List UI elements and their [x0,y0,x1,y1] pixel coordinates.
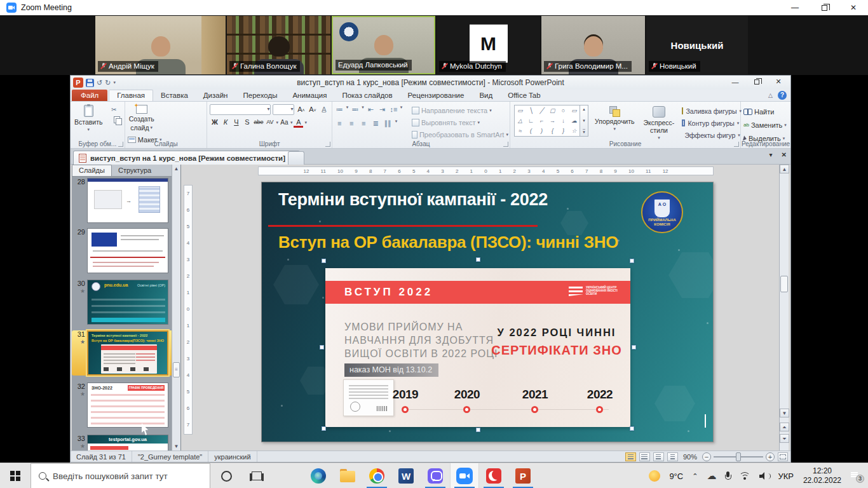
italic-button[interactable]: К [220,118,230,128]
slide-thumbnail-row-selected[interactable]: 31★ Терміни вступної кампанії - 2022 Вст… [72,330,172,376]
dialog-launcher[interactable] [118,142,123,147]
shape-elbow-icon[interactable]: ∟ [526,116,536,126]
decrease-indent-button[interactable]: ⇤ [366,105,376,115]
shapes-gallery[interactable]: ▭╲╱▢○▭ △∟⌐→↓☁ ≈(){}☆ ▴▾▾ [514,105,588,137]
replace-button[interactable]: abЗаменить▾ [743,119,789,130]
resize-handle[interactable] [320,345,324,349]
slide-canvas[interactable]: Терміни вступної кампанії - 2022 Вступ н… [261,182,714,442]
help-button[interactable]: ? [778,91,787,100]
quick-styles-button[interactable]: Экспресс-стили ▾ [641,105,677,142]
action-center-button[interactable]: 3 [849,470,862,482]
shape-scribble-icon[interactable]: ≈ [515,126,526,136]
shape-effects-button[interactable]: Эффекты фигур▾ [682,130,739,140]
slide-thumbnail[interactable]: ЗНО-2022 ГРАФІК ПРОВЕДЕННЯ [87,383,168,428]
zoom-minimize-button[interactable]: — [780,0,810,15]
ppt-minimize-button[interactable]: — [724,76,746,88]
tab-design[interactable]: Дизайн [196,90,236,101]
previous-slide-button[interactable]: ⏶ [780,423,789,431]
shapes-scroll[interactable]: ▴▾▾ [580,105,588,137]
scroll-up-button[interactable]: ▲ [780,165,789,173]
slide-indicator[interactable]: Слайд 31 из 71 [71,451,132,462]
tab-home[interactable]: Главная [109,90,153,101]
taskbar-app-chrome[interactable] [362,463,391,488]
slide-thumbnail-row[interactable]: 30★ pnu.edu.ua Освітні рівні (ОР) [72,280,172,325]
qat-customize-dropdown[interactable]: ▾ [113,80,116,85]
panel-scroll-thumb[interactable]: ≡ [173,362,180,377]
reading-view-button[interactable] [653,452,664,461]
shape-star-icon[interactable]: ☆ [569,126,580,136]
keyboard-language[interactable]: УКР [773,463,798,488]
bold-button[interactable]: Ж [210,118,219,128]
shape-corner-icon[interactable]: ⌐ [536,116,547,126]
zoom-restore-button[interactable] [810,0,839,15]
onedrive-icon[interactable]: ☁ [702,463,721,488]
slide-area-scrollbar[interactable]: ▲ ▼ ⏶ ⏷ [779,165,789,452]
dialog-launcher[interactable] [503,142,508,147]
scroll-down-icon[interactable]: ▼ [174,444,179,449]
numbering-button[interactable]: ≕ [350,105,360,115]
justify-button[interactable]: ≣ [371,119,381,129]
cortana-button[interactable] [212,463,240,488]
start-button[interactable] [0,463,31,488]
taskbar-app-zoom[interactable] [450,463,479,488]
grow-font-button[interactable]: A˄ [296,105,306,115]
taskbar-app-word[interactable]: W [391,463,421,488]
taskbar-app-edge[interactable] [304,463,333,488]
shape-oval-icon[interactable]: ○ [558,105,569,116]
taskbar-app-powerpoint[interactable]: P [508,463,538,488]
align-right-button[interactable]: ≡ [359,119,369,129]
change-case-button[interactable]: Aa [280,118,289,128]
scroll-thumb[interactable] [780,276,788,292]
shape-fill-button[interactable]: Заливка фигуры▾ [682,106,739,116]
align-left-button[interactable]: ≡ [335,119,344,129]
underline-button[interactable]: Ч [231,118,241,128]
shape-rect-icon[interactable]: ▢ [547,105,558,116]
resize-handle[interactable] [632,345,636,349]
paste-button[interactable]: Вставить ▾ [72,104,105,133]
slide-thumbnail-row[interactable]: 29 [72,228,172,273]
resize-handle[interactable] [630,426,634,431]
tab-file[interactable]: Файл [72,90,107,101]
shape-curve-icon[interactable]: ) [536,126,547,136]
slide-thumbnail[interactable] [87,228,168,273]
convert-smartart-button[interactable]: Преобразовать в SmartArt▾ [412,129,508,140]
task-view-button[interactable] [243,463,271,488]
fit-to-window-button[interactable] [778,452,788,461]
tray-expand-chevron[interactable]: ⌃ [688,463,702,488]
slide-thumbnail-row[interactable]: 28 → [72,178,172,223]
increase-indent-button[interactable]: ⇥ [377,105,387,115]
slide-thumbnail[interactable]: Терміни вступної кампанії - 2022 Вступ н… [87,330,168,376]
columns-button[interactable]: ∥∥ [383,119,393,129]
undo-button[interactable]: ↺ [97,79,102,87]
shape-arc-icon[interactable]: ( [526,126,536,136]
align-center-button[interactable]: ≡ [347,119,356,129]
shape-line-icon[interactable]: ╲ [526,105,536,116]
font-size-select[interactable] [273,104,294,115]
horizontal-ruler[interactable]: 12 11 10 9 8 7 6 5 4 3 2 1 0 1 2 3 4 5 6… [258,166,714,175]
ppt-close-button[interactable]: ✕ [768,76,789,88]
tab-review[interactable]: Рецензирование [400,90,472,101]
redo-button[interactable]: ↻ [105,79,111,87]
taskbar-app-viber[interactable] [421,463,450,488]
tab-list-dropdown[interactable]: ▾ [770,151,773,158]
taskbar-clock[interactable]: 12:20 22.02.2022 [798,466,846,485]
resize-handle[interactable] [630,259,634,263]
zoom-level[interactable]: 90% [683,453,697,461]
text-shadow-button[interactable]: S [242,118,252,128]
zoom-slider-track[interactable] [714,456,763,458]
new-slide-button[interactable]: ✦ Создать слайд▾ [126,104,157,133]
video-tile[interactable]: Новицький Новицький [646,16,748,74]
shape-rounded-icon[interactable]: ▭ [569,105,580,116]
dialog-launcher[interactable] [325,142,330,147]
next-slide-button[interactable]: ⏷ [780,434,789,443]
video-tile[interactable]: M Mykola Dutchyn [437,16,540,74]
slide-thumbnail-row[interactable]: 33★ testportal.gov.ua [72,435,172,452]
language-indicator[interactable]: украинский [208,451,257,462]
collapse-ribbon-button[interactable]: △ [768,92,773,98]
tab-transitions[interactable]: Переходы [235,90,285,101]
panel-tab-outline[interactable]: Структура [112,165,158,176]
shape-brace-left-icon[interactable]: { [547,126,558,136]
find-button[interactable]: Найти [743,106,789,117]
slideshow-view-button[interactable] [667,452,678,461]
character-spacing-button[interactable]: AV [265,118,275,128]
